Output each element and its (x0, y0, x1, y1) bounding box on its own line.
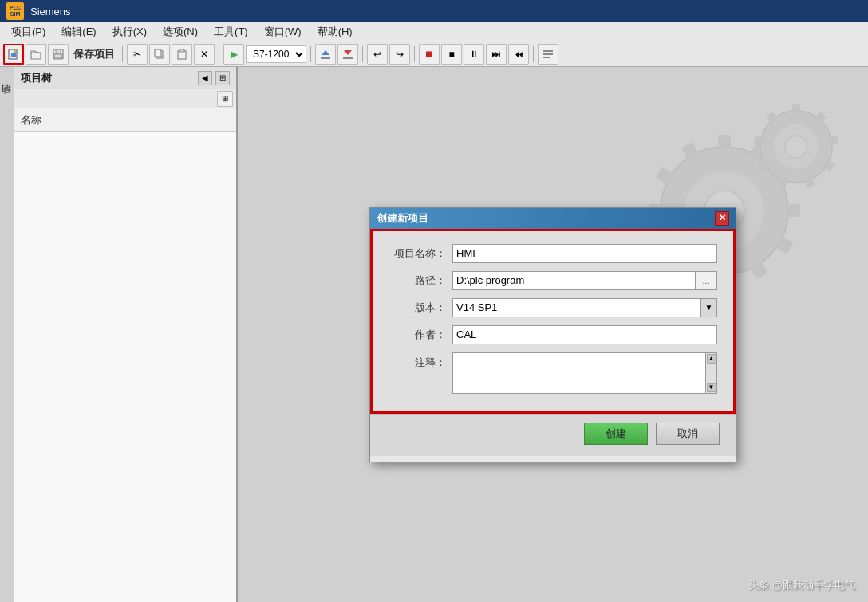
dialog-close-button[interactable]: ✕ (715, 211, 729, 226)
upload-button[interactable] (337, 44, 358, 65)
menu-window[interactable]: 窗口(W) (256, 23, 310, 41)
create-button[interactable]: 创建 (584, 423, 648, 445)
svg-rect-17 (543, 50, 553, 52)
cancel-button[interactable]: 取消 (656, 423, 720, 445)
dialog-title: 创建新项目 (377, 211, 428, 226)
sidebar-name-label: 名称 (21, 114, 41, 126)
scroll-down-arrow[interactable]: ▼ (707, 383, 716, 392)
sidebar-name-row: 名称 (14, 108, 236, 132)
svg-rect-15 (343, 57, 353, 59)
svg-marker-14 (322, 50, 329, 55)
toolbar: 保存项目 ✂ ✕ ▶ S7-1200 ↩ ↪ ⏹ ■ ⏸ ⏭ ⏮ (0, 41, 868, 67)
sidebar: 项目树 ◀ ⊞ ⊞ 名称 (14, 67, 238, 602)
version-label: 版本： (389, 301, 452, 315)
delete-button[interactable]: ✕ (194, 44, 215, 65)
startup-tab[interactable]: 启动 (0, 99, 15, 105)
copy-button[interactable] (149, 44, 170, 65)
menu-bar: 项目(P) 编辑(E) 执行(X) 选项(N) 工具(T) 窗口(W) 帮助(H… (0, 22, 868, 41)
save-button[interactable] (48, 44, 69, 65)
stop-button[interactable]: ⏹ (419, 44, 440, 65)
project-name-row: 项目名称： (389, 244, 717, 263)
create-project-dialog: 创建新项目 ✕ 项目名称： 路径： (369, 207, 736, 462)
path-label: 路径： (389, 273, 452, 288)
project-name-input[interactable] (452, 244, 717, 263)
left-tab: 启动 (0, 67, 14, 602)
open-button[interactable] (26, 44, 46, 65)
sep4 (362, 46, 363, 62)
svg-rect-8 (54, 54, 62, 58)
menu-tools[interactable]: 工具(T) (206, 23, 256, 41)
svg-rect-10 (155, 49, 161, 57)
author-row: 作者： (389, 325, 717, 344)
path-row: 路径： ... (389, 271, 717, 290)
dialog-titlebar: 创建新项目 ✕ (370, 208, 736, 229)
menu-help[interactable]: 帮助(H) (310, 23, 361, 41)
watermark: 头条 @跟我动手学电气 (748, 578, 855, 592)
sidebar-toolbar: ⊞ (14, 89, 236, 108)
dialog-footer: 创建 取消 (370, 414, 736, 456)
device-dropdown[interactable]: S7-1200 (246, 45, 306, 63)
svg-rect-19 (543, 57, 550, 58)
version-select-wrap: V14 SP1 V15 V16 ▼ (452, 298, 717, 317)
sep6 (533, 46, 534, 62)
redo-button[interactable]: ↪ (389, 44, 410, 65)
svg-rect-12 (180, 49, 184, 52)
title-bar: PLC SIM Siemens (0, 0, 868, 22)
comment-label: 注释： (389, 352, 452, 370)
browse-button[interactable]: ... (695, 271, 717, 290)
sidebar-header: 项目树 ◀ ⊞ (14, 67, 236, 89)
dialog-overlay: 创建新项目 ✕ 项目名称： 路径： (238, 67, 868, 602)
sidebar-content (14, 132, 236, 602)
menu-options[interactable]: 选项(N) (155, 23, 206, 41)
sidebar-undock-btn[interactable]: ⊞ (215, 71, 230, 85)
app-title: Siemens (30, 6, 71, 18)
version-row: 版本： V14 SP1 V15 V16 ▼ (389, 298, 717, 317)
comment-input[interactable] (452, 352, 706, 394)
right-content: 创建新项目 ✕ 项目名称： 路径： (238, 67, 868, 602)
step2-button[interactable]: ⏮ (508, 44, 529, 65)
svg-rect-18 (543, 53, 553, 55)
dialog-body: 项目名称： 路径： ... 版本： (370, 229, 736, 414)
path-input[interactable] (452, 271, 695, 290)
load-button[interactable] (315, 44, 336, 65)
comment-scrollbar: ▲ ▼ (706, 352, 717, 394)
sep2 (219, 46, 219, 62)
main-layout: 启动 项目树 ◀ ⊞ ⊞ 名称 (0, 67, 868, 602)
svg-rect-7 (56, 49, 61, 53)
sidebar-header-icons: ◀ ⊞ (198, 71, 230, 85)
author-input[interactable] (452, 325, 717, 344)
author-label: 作者： (389, 328, 452, 342)
menu-project[interactable]: 项目(P) (3, 23, 53, 41)
new-project-button[interactable] (3, 44, 24, 65)
cut-button[interactable]: ✂ (127, 44, 148, 65)
undo-button[interactable]: ↩ (367, 44, 388, 65)
sidebar-grid-btn[interactable]: ⊞ (217, 91, 233, 107)
version-select[interactable]: V14 SP1 V15 V16 (452, 298, 701, 317)
menu-execute[interactable]: 执行(X) (105, 23, 155, 41)
pause-button[interactable]: ⏸ (464, 44, 484, 65)
sep1 (122, 46, 123, 62)
svg-rect-13 (321, 57, 330, 59)
comment-input-wrap: ▲ ▼ (452, 352, 717, 394)
path-input-group: ... (452, 271, 717, 290)
sidebar-collapse-btn[interactable]: ◀ (198, 71, 212, 85)
version-dropdown-arrow[interactable]: ▼ (701, 298, 717, 317)
svg-marker-16 (344, 50, 352, 55)
sep3 (310, 46, 311, 62)
sep5 (414, 46, 415, 62)
view-button[interactable] (538, 44, 558, 65)
run-button[interactable]: ▶ (223, 44, 244, 65)
project-name-label: 项目名称： (389, 246, 452, 261)
stop2-button[interactable]: ■ (441, 44, 462, 65)
comment-row: 注释： ▲ ▼ (389, 352, 717, 394)
scroll-up-arrow[interactable]: ▲ (707, 354, 716, 364)
sidebar-title: 项目树 (21, 71, 52, 85)
app-logo: PLC SIM (6, 2, 24, 20)
paste-button[interactable] (172, 44, 192, 65)
step-button[interactable]: ⏭ (486, 44, 507, 65)
save-label: 保存项目 (70, 47, 118, 61)
menu-edit[interactable]: 编辑(E) (53, 23, 104, 41)
